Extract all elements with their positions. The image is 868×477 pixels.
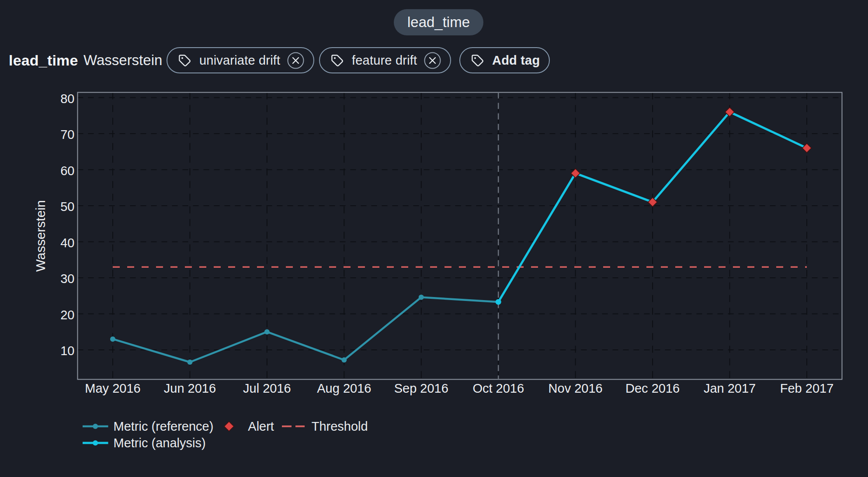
x-tick-label: Oct 2016 xyxy=(472,381,524,395)
plot-border xyxy=(78,93,842,380)
alert-diamond[interactable] xyxy=(802,143,812,152)
y-tick-label: 80 xyxy=(60,92,74,106)
reference-point[interactable] xyxy=(341,357,347,363)
legend-reference-dot[interactable] xyxy=(93,424,98,429)
x-tick-label: Dec 2016 xyxy=(625,381,680,395)
x-tick-label: Aug 2016 xyxy=(317,381,371,395)
x-tick-label: Jul 2016 xyxy=(243,381,291,395)
x-tick-label: Jun 2016 xyxy=(164,381,216,395)
legend-label-analysis: Metric (analysis) xyxy=(114,436,206,450)
reference-point[interactable] xyxy=(110,336,115,342)
legend-label-reference: Metric (reference) xyxy=(114,419,214,433)
x-tick-label: Sep 2016 xyxy=(394,381,448,395)
y-tick-label: 20 xyxy=(60,308,74,322)
x-tick-label: Nov 2016 xyxy=(549,381,603,395)
y-tick-label: 70 xyxy=(60,128,74,142)
y-axis-title: Wasserstein xyxy=(33,200,48,272)
x-tick-label: Jan 2017 xyxy=(704,381,756,395)
reference-point[interactable] xyxy=(187,359,192,365)
analysis-point[interactable] xyxy=(496,299,501,305)
x-tick-label: Feb 2017 xyxy=(780,381,834,395)
legend-label-threshold: Threshold xyxy=(312,419,368,433)
y-tick-label: 30 xyxy=(60,272,74,286)
y-tick-label: 60 xyxy=(60,164,74,178)
legend-label-alert: Alert xyxy=(248,419,274,433)
x-tick-label: May 2016 xyxy=(85,381,140,395)
page: lead_time lead_time Wasserstein univaria… xyxy=(0,0,868,477)
reference-point[interactable] xyxy=(419,294,424,300)
y-tick-label: 10 xyxy=(60,344,74,358)
drift-chart: 1020304050607080May 2016Jun 2016Jul 2016… xyxy=(0,0,868,477)
legend-analysis-dot[interactable] xyxy=(93,440,98,446)
y-tick-label: 50 xyxy=(60,200,74,214)
legend-alert-diamond[interactable] xyxy=(224,422,234,431)
reference-point[interactable] xyxy=(264,329,270,335)
y-tick-label: 40 xyxy=(60,236,74,250)
reference-line[interactable] xyxy=(113,297,498,362)
